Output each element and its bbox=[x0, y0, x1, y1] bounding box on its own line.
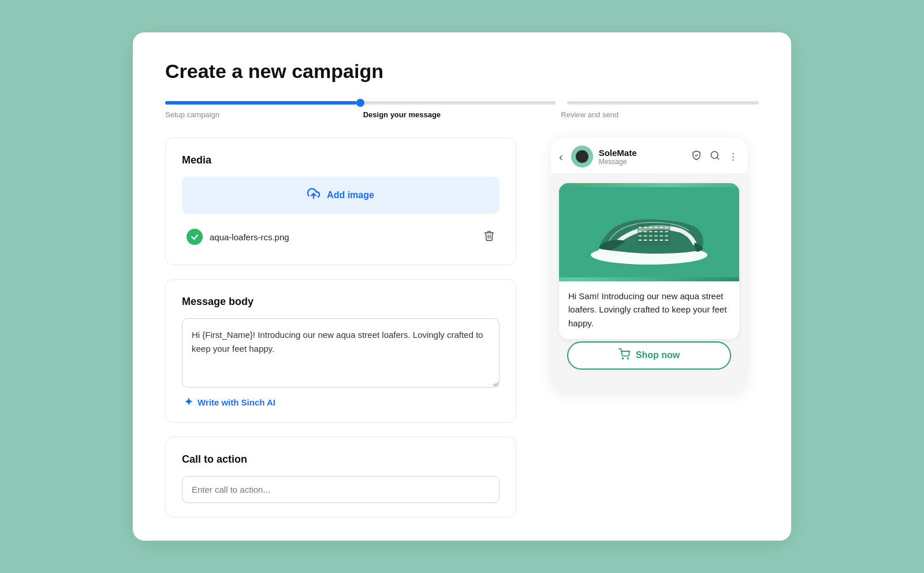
sender-sub: Message bbox=[599, 158, 685, 166]
message-body-section: Message body Hi {First_Name}! Introducin… bbox=[165, 279, 516, 423]
check-icon bbox=[187, 229, 203, 245]
step-label-1: Setup campaign bbox=[165, 110, 363, 119]
add-image-label: Add image bbox=[327, 190, 374, 200]
bar-filled-1 bbox=[165, 101, 357, 105]
sender-name: SoleMate bbox=[599, 148, 685, 158]
step-2-segment bbox=[364, 101, 556, 105]
phone-header: ‹ SoleMate Message bbox=[551, 137, 747, 174]
svg-line-2 bbox=[717, 157, 718, 159]
media-section: Media Add image bbox=[165, 137, 516, 265]
cart-icon bbox=[619, 348, 630, 363]
sender-info: SoleMate Message bbox=[599, 148, 685, 166]
content-row: Media Add image bbox=[165, 137, 759, 518]
search-icon[interactable] bbox=[710, 150, 720, 163]
file-name: aqua-loafers-rcs.png bbox=[210, 232, 476, 242]
cta-section: Call to action bbox=[165, 437, 516, 518]
ai-write-button[interactable]: ✦ Write with Sinch AI bbox=[182, 396, 278, 408]
page-title: Create a new campaign bbox=[165, 60, 759, 83]
bubble-text: Hi Sam! Introducing our new aqua street … bbox=[559, 281, 739, 339]
step-1-segment bbox=[165, 101, 357, 105]
progress-dot-1 bbox=[356, 99, 364, 107]
bar-empty-2 bbox=[364, 101, 556, 105]
svg-rect-5 bbox=[638, 223, 670, 245]
svg-point-11 bbox=[628, 358, 629, 359]
message-bubble: Hi Sam! Introducing our new aqua street … bbox=[559, 183, 739, 339]
step-3-segment bbox=[567, 101, 759, 105]
step-label-2: Design your message bbox=[363, 110, 561, 119]
back-arrow-icon[interactable]: ‹ bbox=[557, 150, 565, 163]
left-column: Media Add image bbox=[165, 137, 516, 518]
progress-section: Setup campaign Design your message Revie… bbox=[165, 99, 759, 119]
svg-point-10 bbox=[622, 358, 623, 359]
main-card: Create a new campaign Setup campaign Des… bbox=[133, 32, 791, 541]
avatar-inner bbox=[576, 150, 588, 163]
bubble-image bbox=[559, 183, 739, 281]
shop-now-label: Shop now bbox=[636, 350, 680, 360]
step-labels: Setup campaign Design your message Revie… bbox=[165, 110, 759, 119]
message-body-input[interactable]: Hi {First_Name}! Introducing our new aqu… bbox=[182, 318, 500, 388]
ai-sparkle-icon: ✦ bbox=[184, 396, 193, 408]
message-body-title: Message body bbox=[182, 296, 500, 308]
more-icon[interactable]: ⋮ bbox=[728, 151, 738, 163]
shop-now-button[interactable]: Shop now bbox=[567, 341, 731, 370]
avatar bbox=[571, 146, 593, 168]
media-title: Media bbox=[182, 154, 500, 166]
step-label-3: Review and send bbox=[561, 110, 759, 119]
phone-preview: ‹ SoleMate Message bbox=[551, 137, 747, 392]
bar-empty-3 bbox=[567, 101, 759, 105]
ai-button-label: Write with Sinch AI bbox=[198, 397, 275, 407]
textarea-wrapper: Hi {First_Name}! Introducing our new aqu… bbox=[182, 318, 500, 390]
add-image-button[interactable]: Add image bbox=[182, 177, 500, 214]
cta-title: Call to action bbox=[182, 453, 500, 466]
verified-icon bbox=[691, 150, 702, 163]
delete-file-button[interactable] bbox=[483, 230, 495, 244]
upload-icon bbox=[307, 187, 320, 203]
file-row: aqua-loafers-rcs.png bbox=[182, 223, 500, 251]
cta-input[interactable] bbox=[182, 476, 500, 503]
right-column: ‹ SoleMate Message bbox=[539, 137, 759, 392]
message-area: Hi Sam! Introducing our new aqua street … bbox=[551, 174, 747, 378]
progress-bar-row bbox=[165, 99, 759, 107]
header-icons: ⋮ bbox=[691, 150, 738, 163]
